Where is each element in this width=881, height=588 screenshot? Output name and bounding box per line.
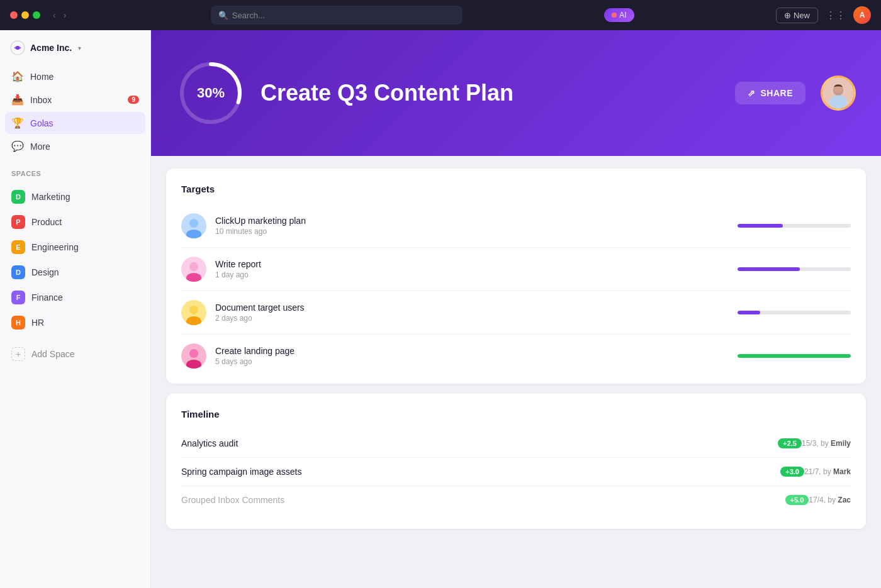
progress-bar-1 [738, 224, 851, 228]
timeline-title: Timeline [181, 409, 851, 419]
sidebar-item-home[interactable]: 🏠 Home [5, 65, 145, 87]
ai-dot-icon [612, 13, 617, 18]
sidebar-goals-label: Golas [30, 118, 53, 128]
ai-button[interactable]: AI [604, 8, 634, 22]
marketing-badge: D [11, 190, 25, 204]
timeline-meta-3: 17/4, by Zac [809, 496, 851, 504]
timeline-badge-1: +2.5 [778, 438, 802, 448]
svg-point-9 [189, 219, 198, 228]
timeline-name-1: Analytics audit [181, 438, 772, 448]
titlebar-right: ⊕ New ⋮⋮ A [776, 6, 871, 24]
progress-bar-4 [738, 354, 851, 358]
space-item-design[interactable]: D Design [5, 260, 145, 284]
progress-fill-1 [738, 224, 783, 228]
target-name-2: Write report [215, 259, 729, 269]
target-name-1: ClickUp marketing plan [215, 216, 729, 226]
svg-point-1 [16, 46, 20, 50]
engineering-badge: E [11, 240, 25, 254]
progress-ring: 30% [176, 58, 245, 128]
new-label: New [794, 11, 810, 20]
page-title: Create Q3 Content Plan [261, 80, 720, 106]
home-icon: 🏠 [11, 70, 24, 82]
grid-icon[interactable]: ⋮⋮ [826, 9, 846, 21]
space-product-label: Product [31, 217, 62, 227]
main-layout: Acme Inc. ▾ 🏠 Home 📥 Inbox 9 🏆 Golas 💬 M… [0, 30, 881, 588]
goals-icon: 🏆 [11, 117, 24, 129]
space-item-finance[interactable]: F Finance [5, 286, 145, 309]
user-avatar[interactable]: A [853, 6, 871, 24]
hero-avatar [821, 75, 856, 111]
svg-point-12 [189, 262, 198, 271]
target-avatar-3 [181, 300, 206, 325]
svg-point-6 [829, 96, 848, 109]
close-button[interactable] [10, 11, 18, 19]
inbox-icon: 📥 [11, 94, 24, 106]
timeline-name-3: Grouped Inbox Comments [181, 495, 779, 505]
space-item-product[interactable]: P Product [5, 210, 145, 234]
nav-arrows: ‹ › [50, 9, 69, 21]
target-info-3: Document target users 2 days ago [215, 302, 729, 323]
workspace-chevron-icon: ▾ [78, 45, 81, 52]
progress-percent: 30% [197, 85, 225, 101]
space-hr-label: HR [31, 318, 44, 328]
target-avatar-2 [181, 257, 206, 282]
share-button[interactable]: ⇗ SHARE [735, 82, 805, 104]
space-item-marketing[interactable]: D Marketing [5, 185, 145, 209]
target-name-4: Create landing page [215, 346, 729, 356]
sidebar-item-goals[interactable]: 🏆 Golas [5, 112, 145, 134]
target-item: ClickUp marketing plan 10 minutes ago [181, 204, 851, 248]
target-info-1: ClickUp marketing plan 10 minutes ago [215, 216, 729, 236]
space-item-hr[interactable]: H HR [5, 311, 145, 335]
search-placeholder: Search... [232, 11, 265, 20]
share-icon: ⇗ [748, 88, 756, 98]
workspace-logo [10, 40, 25, 55]
timeline-card: Timeline Analytics audit +2.5 15/3, by E… [166, 394, 866, 529]
workspace-name: Acme Inc. [30, 43, 72, 53]
search-icon: 🔍 [218, 11, 228, 20]
timeline-meta-2: 21/7, by Mark [804, 467, 851, 476]
product-badge: P [11, 215, 25, 229]
hero-avatar-svg [822, 75, 854, 111]
ai-label: AI [619, 11, 626, 19]
progress-bar-2 [738, 267, 851, 271]
workspace-header[interactable]: Acme Inc. ▾ [0, 30, 150, 60]
target-avatar-4 [181, 343, 206, 369]
inbox-badge: 9 [128, 96, 139, 104]
spaces-list: D Marketing P Product E Engineering D De… [0, 180, 150, 340]
plus-icon: ⊕ [784, 11, 791, 20]
add-space-icon: + [11, 347, 25, 361]
svg-point-15 [189, 306, 198, 314]
progress-bar-3 [738, 311, 851, 314]
progress-fill-2 [738, 267, 800, 271]
progress-fill-3 [738, 311, 760, 314]
timeline-badge-2: +3.0 [780, 467, 804, 477]
sidebar-item-inbox[interactable]: 📥 Inbox 9 [5, 89, 145, 111]
space-engineering-label: Engineering [31, 242, 79, 252]
targets-title: Targets [181, 184, 851, 194]
search-bar[interactable]: 🔍 Search... [211, 6, 463, 25]
maximize-button[interactable] [33, 11, 40, 19]
target-info-4: Create landing page 5 days ago [215, 346, 729, 366]
add-space-button[interactable]: + Add Space [5, 342, 145, 366]
svg-point-18 [189, 349, 198, 358]
target-time-2: 1 day ago [215, 270, 729, 279]
finance-badge: F [11, 291, 25, 304]
targets-card: Targets ClickUp marketing plan 10 minute… [166, 169, 866, 384]
main-content: 30% Create Q3 Content Plan ⇗ SHARE [151, 30, 881, 588]
minimize-button[interactable] [21, 11, 29, 19]
target-item: Create landing page 5 days ago [181, 335, 851, 369]
back-arrow[interactable]: ‹ [50, 9, 59, 21]
forward-arrow[interactable]: › [61, 9, 69, 21]
space-item-engineering[interactable]: E Engineering [5, 235, 145, 259]
sidebar-nav: 🏠 Home 📥 Inbox 9 🏆 Golas 💬 More [0, 60, 150, 162]
timeline-item: Spring campaign image assets +3.0 21/7, … [181, 458, 851, 486]
target-avatar-1 [181, 213, 206, 238]
traffic-lights [10, 11, 40, 19]
target-info-2: Write report 1 day ago [215, 259, 729, 279]
target-time-1: 10 minutes ago [215, 227, 729, 236]
hr-badge: H [11, 316, 25, 330]
sidebar-item-more[interactable]: 💬 More [5, 135, 145, 157]
titlebar: ‹ › 🔍 Search... AI ⊕ New ⋮⋮ A [0, 0, 881, 30]
new-button[interactable]: ⊕ New [776, 8, 818, 23]
space-marketing-label: Marketing [31, 192, 70, 202]
